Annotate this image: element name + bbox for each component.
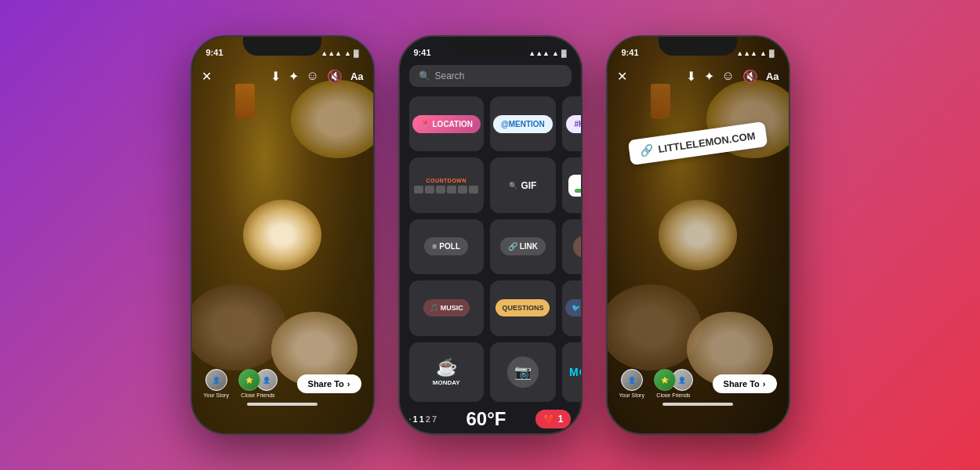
move-icon-left[interactable]: ✦ <box>289 69 299 84</box>
chevron-right-icon-left: › <box>347 379 350 389</box>
notch-right <box>659 37 737 56</box>
search-placeholder: Search <box>435 70 465 81</box>
mug-emoji: ☕ <box>436 357 457 378</box>
status-icons-left: ▲▲▲ ▲ ▓ <box>321 49 358 57</box>
like-button[interactable]: ❤️ 1 <box>535 410 572 428</box>
camera-icon: 📷 <box>514 363 532 381</box>
bottom-actions-right: 👤 Your Story ⭐ 👤 Close Friends Shar <box>608 369 789 398</box>
close-friends-avatar-left[interactable]: ⭐ <box>238 369 260 391</box>
bottom-bar-left: 👤 Your Story ⭐ 👤 Close Friends Shar <box>192 363 373 433</box>
text-tool-left[interactable]: Aa <box>350 70 364 82</box>
poll-sticker-label: ≡ POLL <box>424 237 468 255</box>
bottom-bar-right: 👤 Your Story ⭐ 👤 Close Friends Shar <box>608 363 789 433</box>
hashtag-sticker-label: #HASHTAG <box>566 115 580 133</box>
sticker-quiz[interactable]: QUIZ <box>562 157 581 212</box>
your-story-avatar-right[interactable]: 👤 <box>621 369 643 391</box>
share-button-right[interactable]: Share To › <box>713 374 777 393</box>
sticker-countdown[interactable]: COUNTDOWN <box>409 157 484 212</box>
chevron-right-icon-right: › <box>763 379 766 389</box>
sticker-questions[interactable]: QUESTIONS <box>490 280 556 335</box>
link-icon: 🔗 <box>508 242 517 251</box>
music-icon: 🎵 <box>430 304 438 312</box>
sticker-panel: 🔍 Search 📍 LOCATION @MENTION <box>400 37 581 433</box>
emoji-sticker-icon-left[interactable]: ☺ <box>307 69 319 83</box>
phone-right: 9:41 ▲▲▲ ▲ ▓ ✕ ⬇ ✦ ☺ 🔇 Aa <box>606 35 790 435</box>
text-tool-right[interactable]: Aa <box>766 70 779 82</box>
wifi-icon-mid: ▲ <box>552 49 559 57</box>
sticker-search-bar[interactable]: 🔍 Search <box>409 65 572 87</box>
sticker-donation[interactable]: 🐦 DONATION <box>562 280 581 335</box>
close-friends-avatar-right[interactable]: ⭐ <box>654 369 676 391</box>
countdown-sticker-content: COUNTDOWN <box>412 178 481 193</box>
mug-sticker-content: ☕ MONDAY <box>433 357 460 386</box>
sticker-gif[interactable]: 🔍 GIF <box>490 157 556 212</box>
your-story-label-left: Your Story <box>204 392 229 398</box>
donation-sticker-label: 🐦 DONATION <box>565 299 581 316</box>
heart-icon: ❤️ <box>543 414 555 425</box>
link-sticker-label: 🔗 LINK <box>500 237 546 255</box>
close-button-right[interactable]: ✕ <box>617 69 627 84</box>
status-time-middle: 9:41 <box>414 48 431 57</box>
sticker-mug[interactable]: ☕ MONDAY <box>409 342 484 402</box>
roll-digit-5: 7 <box>432 414 437 424</box>
countdown-blocks <box>414 186 478 193</box>
poll-icon: ≡ <box>432 242 437 251</box>
signal-icon: ▲▲▲ <box>321 49 342 57</box>
sound-icon-right[interactable]: 🔇 <box>742 69 758 84</box>
phones-container: 9:41 ▲▲▲ ▲ ▓ ✕ ⬇ ✦ ☺ 🔇 Aa <box>191 0 790 470</box>
search-icon-middle: 🔍 <box>419 70 430 81</box>
roll-digit-4: 2 <box>426 414 430 424</box>
sticker-hashtag[interactable]: #HASHTAG <box>562 96 581 151</box>
status-icons-right: ▲▲▲ ▲ ▓ <box>736 49 774 57</box>
sticker-monday-text[interactable]: MONDAY <box>562 342 581 402</box>
top-toolbar-right: ✕ ⬇ ✦ ☺ 🔇 Aa <box>608 62 789 90</box>
gif-sticker-content: 🔍 GIF <box>509 180 536 191</box>
quiz-progress-bar <box>575 189 581 193</box>
your-story-avatar-left[interactable]: 👤 <box>205 369 227 391</box>
phone-left: 9:41 ▲▲▲ ▲ ▓ ✕ ⬇ ✦ ☺ 🔇 Aa <box>191 35 375 435</box>
download-icon-left[interactable]: ⬇ <box>270 69 281 84</box>
camera-sticker-content: 📷 <box>507 356 539 388</box>
mention-sticker-label: @MENTION <box>493 115 553 133</box>
temperature-display: 60°F <box>466 408 506 430</box>
sound-icon-left[interactable]: 🔇 <box>327 69 343 84</box>
close-friends-label-left: Close Friends <box>241 392 274 398</box>
close-button-left[interactable]: ✕ <box>201 69 212 84</box>
battery-icon-right: ▓ <box>769 49 775 57</box>
music-sticker-label: 🎵 MUSIC <box>423 299 470 316</box>
wifi-icon-right: ▲ <box>760 49 767 57</box>
your-story-label-right: Your Story <box>619 392 644 398</box>
toolbar-right-left: ⬇ ✦ ☺ 🔇 Aa <box>270 69 364 84</box>
sticker-poll[interactable]: ≡ POLL <box>409 219 484 274</box>
status-time-right: 9:41 <box>622 48 639 57</box>
download-icon-right[interactable]: ⬇ <box>686 69 696 84</box>
signal-icon-right: ▲▲▲ <box>736 49 757 57</box>
move-icon-right[interactable]: ✦ <box>704 69 714 84</box>
sticker-emoji-slider[interactable]: 😍 ❤️ <box>562 219 581 274</box>
emoji-slider-content: 😍 ❤️ <box>573 236 581 258</box>
sticker-camera[interactable]: 📷 <box>490 342 556 402</box>
status-bar-middle: 9:41 ▲▲▲ ▲ ▓ <box>400 37 581 60</box>
emoji-sticker-icon-right[interactable]: ☺ <box>722 69 735 83</box>
sticker-music[interactable]: 🎵 MUSIC <box>409 280 484 335</box>
status-icons-middle: ▲▲▲ ▲ ▓ <box>528 49 566 57</box>
phone-middle: 9:41 ▲▲▲ ▲ ▓ 🔍 Search <box>398 35 583 435</box>
sticker-mention[interactable]: @MENTION <box>490 96 556 151</box>
roll-numbers: · 1 1 2 7 <box>409 414 437 424</box>
share-button-left[interactable]: Share To › <box>297 374 361 393</box>
sticker-link[interactable]: 🔗 LINK <box>490 219 556 274</box>
notch <box>243 37 321 56</box>
sticker-grid: 📍 LOCATION @MENTION #HASHTAG COUNTDOWN <box>400 93 581 405</box>
monday-text-sticker: MONDAY <box>569 366 580 378</box>
wifi-icon: ▲ <box>344 49 351 57</box>
like-count: 1 <box>558 414 564 425</box>
roll-digit-3: 1 <box>419 414 424 424</box>
close-friends-label-right: Close Friends <box>656 392 690 398</box>
battery-icon-mid: ▓ <box>561 49 567 57</box>
quiz-sticker-content: QUIZ <box>568 175 581 197</box>
home-indicator-right <box>662 403 733 406</box>
link-sticker-icon: 🔗 <box>640 143 655 157</box>
roll-digit-2: 1 <box>413 414 418 424</box>
home-indicator-left <box>247 403 318 406</box>
sticker-location[interactable]: 📍 LOCATION <box>409 96 484 151</box>
